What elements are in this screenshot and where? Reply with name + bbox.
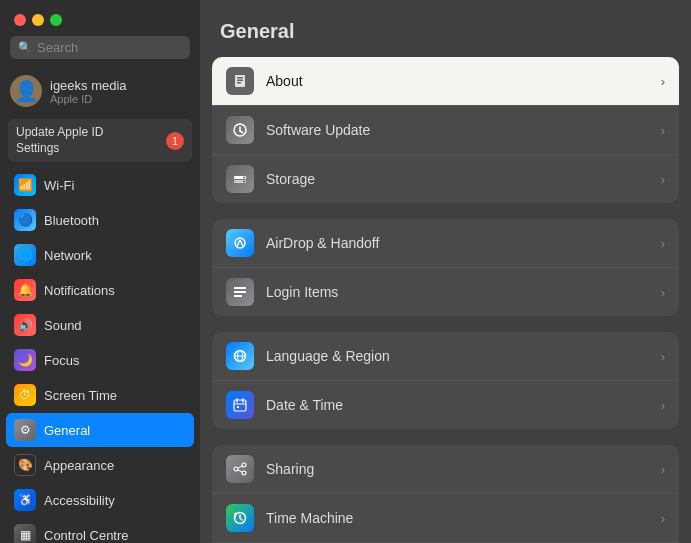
svg-rect-10: [234, 287, 246, 289]
focus-icon: 🌙: [14, 349, 36, 371]
sidebar-label-sound: Sound: [44, 318, 82, 333]
sidebar-item-focus[interactable]: 🌙 Focus: [6, 343, 194, 377]
timemachine-chevron: ›: [661, 511, 665, 526]
maximize-button[interactable]: [50, 14, 62, 26]
storage-chevron: ›: [661, 172, 665, 187]
user-name: igeeks media: [50, 78, 127, 93]
sidebar-label-appearance: Appearance: [44, 458, 114, 473]
notifications-icon: 🔔: [14, 279, 36, 301]
svg-line-25: [238, 470, 242, 472]
svg-point-21: [242, 463, 246, 467]
appearance-icon: 🎨: [14, 454, 36, 476]
search-icon: 🔍: [18, 41, 32, 54]
settings-item-language[interactable]: Language & Region ›: [212, 332, 679, 381]
accessibility-icon: ♿: [14, 489, 36, 511]
sidebar: 🔍 Search 👤 igeeks media Apple ID Update …: [0, 0, 200, 543]
settings-item-about[interactable]: About ›: [212, 57, 679, 106]
sidebar-item-general[interactable]: ⚙ General: [6, 413, 194, 447]
svg-rect-3: [237, 82, 241, 84]
datetime-icon: [226, 391, 254, 419]
sidebar-label-screentime: Screen Time: [44, 388, 117, 403]
sidebar-label-bluetooth: Bluetooth: [44, 213, 99, 228]
sidebar-label-network: Network: [44, 248, 92, 263]
close-button[interactable]: [14, 14, 26, 26]
storage-label: Storage: [266, 171, 649, 187]
sidebar-item-accessibility[interactable]: ♿ Accessibility: [6, 483, 194, 517]
sidebar-item-wifi[interactable]: 📶 Wi-Fi: [6, 168, 194, 202]
network-icon: 🌐: [14, 244, 36, 266]
user-section[interactable]: 👤 igeeks media Apple ID: [0, 69, 200, 117]
screentime-icon: ⏱: [14, 384, 36, 406]
settings-group-3: Language & Region › Date & Time ›: [212, 332, 679, 429]
svg-line-24: [238, 466, 242, 468]
airdrop-label: AirDrop & Handoff: [266, 235, 649, 251]
sharing-icon: [226, 455, 254, 483]
svg-rect-12: [234, 295, 242, 297]
timemachine-icon: [226, 504, 254, 532]
settings-item-airdrop[interactable]: AirDrop & Handoff ›: [212, 219, 679, 268]
language-label: Language & Region: [266, 348, 649, 364]
svg-point-7: [243, 177, 245, 179]
update-banner[interactable]: Update Apple IDSettings 1: [8, 119, 192, 162]
timemachine-label: Time Machine: [266, 510, 649, 526]
user-info: igeeks media Apple ID: [50, 78, 127, 105]
sharing-chevron: ›: [661, 462, 665, 477]
bluetooth-icon: 🔵: [14, 209, 36, 231]
datetime-chevron: ›: [661, 398, 665, 413]
settings-item-storage[interactable]: Storage ›: [212, 155, 679, 203]
update-badge: 1: [166, 132, 184, 150]
general-icon: ⚙: [14, 419, 36, 441]
settings-item-datetime[interactable]: Date & Time ›: [212, 381, 679, 429]
sidebar-label-control: Control Centre: [44, 528, 129, 543]
search-bar[interactable]: 🔍 Search: [10, 36, 190, 59]
settings-group-4: Sharing › Time Machine › Transfer or Res…: [212, 445, 679, 543]
sidebar-item-bluetooth[interactable]: 🔵 Bluetooth: [6, 203, 194, 237]
settings-group-1: About › Software Update › Storage ›: [212, 57, 679, 203]
page-title: General: [200, 20, 691, 57]
sidebar-label-wifi: Wi-Fi: [44, 178, 74, 193]
control-icon: ▦: [14, 524, 36, 543]
login-icon: [226, 278, 254, 306]
wifi-icon: 📶: [14, 174, 36, 196]
user-subtitle: Apple ID: [50, 93, 127, 105]
svg-point-8: [243, 181, 245, 183]
language-chevron: ›: [661, 349, 665, 364]
settings-list: About › Software Update › Storage ›: [200, 57, 691, 543]
about-chevron: ›: [661, 74, 665, 89]
software-update-chevron: ›: [661, 123, 665, 138]
settings-group-2: AirDrop & Handoff › Login Items ›: [212, 219, 679, 316]
airdrop-chevron: ›: [661, 236, 665, 251]
settings-item-timemachine[interactable]: Time Machine ›: [212, 494, 679, 543]
settings-item-software-update[interactable]: Software Update ›: [212, 106, 679, 155]
minimize-button[interactable]: [32, 14, 44, 26]
avatar: 👤: [10, 75, 42, 107]
svg-rect-11: [234, 291, 246, 293]
svg-rect-16: [234, 400, 246, 411]
sidebar-item-control[interactable]: ▦ Control Centre: [6, 518, 194, 543]
sidebar-label-focus: Focus: [44, 353, 79, 368]
sidebar-item-sound[interactable]: 🔊 Sound: [6, 308, 194, 342]
svg-rect-2: [237, 80, 243, 82]
about-icon: [226, 67, 254, 95]
sidebar-item-notifications[interactable]: 🔔 Notifications: [6, 273, 194, 307]
sidebar-label-notifications: Notifications: [44, 283, 115, 298]
sound-icon: 🔊: [14, 314, 36, 336]
settings-item-login[interactable]: Login Items ›: [212, 268, 679, 316]
software-update-label: Software Update: [266, 122, 649, 138]
airdrop-icon: [226, 229, 254, 257]
sidebar-item-screentime[interactable]: ⏱ Screen Time: [6, 378, 194, 412]
sidebar-item-appearance[interactable]: 🎨 Appearance: [6, 448, 194, 482]
sharing-label: Sharing: [266, 461, 649, 477]
settings-item-sharing[interactable]: Sharing ›: [212, 445, 679, 494]
storage-icon: [226, 165, 254, 193]
search-placeholder: Search: [37, 40, 78, 55]
sidebar-item-network[interactable]: 🌐 Network: [6, 238, 194, 272]
language-icon: [226, 342, 254, 370]
svg-rect-1: [237, 77, 243, 79]
about-label: About: [266, 73, 649, 89]
sidebar-nav: 📶 Wi-Fi 🔵 Bluetooth 🌐 Network 🔔 Notifica…: [0, 168, 200, 543]
svg-point-23: [242, 471, 246, 475]
update-text: Update Apple IDSettings: [16, 125, 103, 156]
login-chevron: ›: [661, 285, 665, 300]
datetime-label: Date & Time: [266, 397, 649, 413]
